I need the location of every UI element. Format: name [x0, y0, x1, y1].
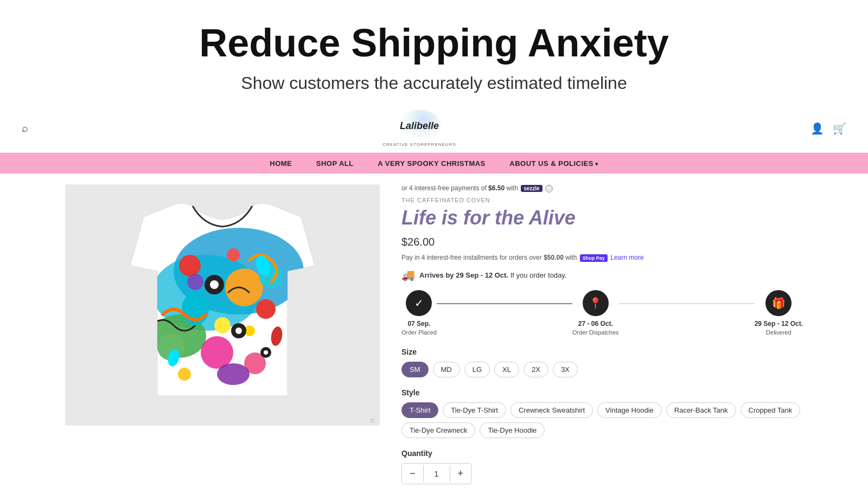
cart-icon[interactable]: 🛒 [833, 122, 846, 135]
svg-point-22 [217, 363, 250, 385]
svg-point-17 [210, 280, 219, 289]
brand-name: THE CAFFEINATED COVEN [401, 197, 803, 203]
timeline-label-2: 27 - 06 Oct. Order Dispatches [572, 319, 619, 337]
timeline-status-3: Delivered [766, 329, 791, 336]
sezzle-text: or 4 interest-free payments of [401, 184, 487, 192]
size-options: SM MD LG XL 2X 3X [401, 362, 803, 377]
learn-more-link[interactable]: Learn more [610, 254, 643, 261]
header-left-icons: ⌕ [22, 122, 28, 134]
product-details: or 4 interest-free payments of $6.50 wit… [401, 184, 803, 488]
size-2x[interactable]: 2X [524, 362, 548, 377]
hero-title: Reduce Shipping Anxiety [11, 22, 857, 65]
shoppay-badge: Shop Pay [580, 254, 608, 262]
shipping-info: 🚚 Arrives by 29 Sep - 12 Oct. If you ord… [401, 268, 803, 281]
shipping-condition: If you order today. [510, 271, 567, 279]
navigation: HOME SHOP ALL A VERY SPOOKY CHRISTMAS AB… [0, 153, 868, 174]
timeline-status-2: Order Dispatches [572, 329, 619, 336]
timeline-label-3: 29 Sep - 12 Oct. Delivered [755, 319, 803, 337]
product-image: © [65, 184, 380, 426]
size-sm[interactable]: SM [401, 362, 429, 377]
quantity-value: 1 [423, 465, 450, 483]
style-crewneck[interactable]: Crewneck Sweatshirt [510, 402, 593, 418]
shoppay-threshold: $50.00 [544, 254, 564, 261]
size-xl[interactable]: XL [494, 362, 519, 377]
logo-name: Lalibelle [400, 120, 439, 132]
header-right-icons: 👤 🛒 [810, 122, 846, 135]
timeline-date-2: 27 - 06 Oct. [572, 319, 619, 329]
svg-point-21 [264, 350, 268, 355]
svg-text:©: © [371, 418, 375, 424]
style-cropped-tank[interactable]: Cropped Tank [741, 402, 801, 418]
size-label: Size [401, 348, 803, 356]
style-tiedye-crewneck[interactable]: Tie-Dye Crewneck [401, 422, 475, 438]
search-icon[interactable]: ⌕ [22, 122, 28, 134]
logo-subtext: CREATIVE STOREPRENEURS [382, 142, 456, 147]
nav-christmas[interactable]: A VERY SPOOKY CHRISTMAS [378, 159, 486, 168]
timeline-circle-1: ✓ [406, 290, 432, 316]
svg-point-23 [187, 274, 203, 290]
shipping-arrives: Arrives by 29 Sep - 12 Oct. [419, 271, 508, 279]
product-price: $26.00 [401, 236, 803, 248]
svg-point-15 [178, 368, 191, 381]
style-tiedye-tshirt[interactable]: Tie-Dye T-Shirt [443, 402, 506, 418]
product-section: © or 4 interest-free payments of $6.50 w… [0, 174, 868, 488]
style-label: Style [401, 388, 803, 397]
shoppay-info: Pay in 4 interest-free installments for … [401, 254, 803, 262]
size-lg[interactable]: LG [464, 362, 490, 377]
size-3x[interactable]: 3X [553, 362, 578, 377]
timeline-line-1 [437, 303, 572, 304]
store-header: ⌕ Lalibelle CREATIVE STOREPRENEURS 👤 🛒 [0, 104, 868, 153]
sezzle-info-icon[interactable]: ⓘ [545, 185, 553, 192]
svg-point-19 [235, 328, 242, 334]
style-racer-back[interactable]: Racer-Back Tank [666, 402, 736, 418]
shoppay-with: with [565, 254, 577, 261]
svg-point-13 [214, 317, 231, 333]
product-title: Life is for the Alive [401, 207, 803, 229]
quantity-decrease-button[interactable]: − [402, 464, 423, 484]
product-image-container: © [65, 184, 380, 488]
timeline-line-2 [619, 303, 755, 304]
product-image-svg: © [65, 184, 380, 426]
svg-point-8 [256, 299, 276, 319]
svg-point-7 [227, 248, 240, 261]
size-md[interactable]: MD [433, 362, 460, 377]
shipping-timeline: ✓ 07 Sep. Order Placed 📍 27 - 06 Oct. Or… [401, 290, 803, 337]
quantity-section: Quantity − 1 + [401, 449, 803, 484]
sezzle-logo: sezzle [521, 185, 542, 192]
timeline-circle-3: 🎁 [765, 290, 792, 316]
nav-shop-all[interactable]: SHOP ALL [316, 159, 354, 168]
timeline-step-1: ✓ 07 Sep. Order Placed [401, 290, 437, 337]
quantity-increase-button[interactable]: + [450, 464, 471, 484]
timeline-date-3: 29 Sep - 12 Oct. [755, 319, 803, 329]
style-tshirt[interactable]: T-Shirt [401, 402, 438, 418]
quantity-control: − 1 + [401, 463, 471, 484]
timeline-step-2: 📍 27 - 06 Oct. Order Dispatches [572, 290, 619, 337]
login-icon[interactable]: 👤 [810, 122, 824, 135]
truck-icon: 🚚 [401, 268, 415, 281]
nav-about[interactable]: ABOUT US & POLICIES [509, 159, 598, 168]
store-logo[interactable]: Lalibelle CREATIVE STOREPRENEURS [382, 110, 456, 147]
timeline-step-3: 🎁 29 Sep - 12 Oct. Delivered [755, 290, 803, 337]
nav-home[interactable]: HOME [270, 159, 292, 168]
shipping-text: Arrives by 29 Sep - 12 Oct. If you order… [419, 271, 566, 279]
svg-point-3 [225, 268, 263, 306]
style-tiedye-hoodie[interactable]: Tie-Dye Hoodie [480, 422, 545, 438]
hero-section: Reduce Shipping Anxiety Show customers t… [0, 0, 868, 104]
sezzle-info: or 4 interest-free payments of $6.50 wit… [401, 184, 803, 192]
svg-point-6 [179, 255, 201, 277]
style-vintage-hoodie[interactable]: Vintage Hoodie [597, 402, 662, 418]
sezzle-with: with [506, 184, 518, 192]
timeline-status-1: Order Placed [401, 329, 437, 336]
sezzle-amount: $6.50 [488, 184, 505, 192]
hero-subtitle: Show customers the accurately estimated … [11, 73, 857, 93]
timeline-label-1: 07 Sep. Order Placed [401, 319, 437, 337]
style-options: T-Shirt Tie-Dye T-Shirt Crewneck Sweatsh… [401, 402, 803, 438]
timeline-circle-2: 📍 [583, 290, 609, 316]
quantity-label: Quantity [401, 449, 803, 458]
timeline-date-1: 07 Sep. [401, 319, 437, 329]
shoppay-text: Pay in 4 interest-free installments for … [401, 254, 542, 261]
